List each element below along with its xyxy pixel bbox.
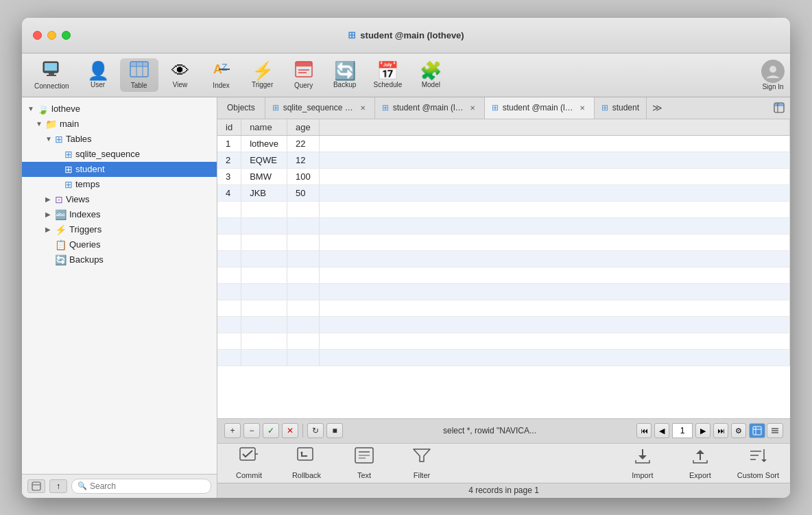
query-display: select *, rowid "NAVICA...: [346, 426, 634, 435]
sidebar-search-box[interactable]: 🔍: [71, 479, 211, 494]
next-page-button[interactable]: ▶: [695, 423, 710, 438]
table-row[interactable]: 2EQWE12: [217, 152, 790, 168]
tab-action-button[interactable]: [768, 97, 790, 119]
page-number-input[interactable]: [672, 423, 693, 438]
sign-in-button[interactable]: Sign In: [761, 60, 785, 91]
table-selected-icon: ⊞: [64, 164, 73, 175]
sidebar-refresh-button[interactable]: ↑: [49, 479, 67, 493]
sidebar-search-input[interactable]: [90, 481, 205, 491]
close-button[interactable]: [33, 31, 42, 40]
tab-student-3[interactable]: ⊞ student: [595, 97, 647, 119]
expand-icon: [55, 150, 64, 158]
table-row[interactable]: 1lotheve22: [217, 135, 790, 152]
sidebar-item-triggers[interactable]: ▶ ⚡ Triggers: [22, 222, 217, 237]
import-icon: [632, 446, 653, 468]
tab-student-1[interactable]: ⊞ student @main (lot... ✕: [375, 97, 485, 119]
prev-page-button[interactable]: ◀: [654, 423, 669, 438]
export-button[interactable]: Export: [680, 446, 721, 479]
custom-sort-button[interactable]: Custom Sort: [737, 446, 779, 479]
confirm-record-button[interactable]: ✓: [263, 423, 279, 438]
tab-objects[interactable]: Objects: [217, 97, 265, 119]
cell-empty: [319, 152, 789, 168]
tab-close-button[interactable]: ✕: [468, 103, 477, 112]
col-header-age[interactable]: age: [287, 119, 320, 136]
cell-id[interactable]: 2: [217, 152, 241, 168]
col-header-id[interactable]: id: [217, 119, 241, 136]
cell-age[interactable]: 12: [287, 152, 320, 168]
sidebar-item-student[interactable]: ⊞ student: [22, 162, 217, 177]
grid-view-button[interactable]: [749, 423, 765, 438]
separator: [302, 424, 303, 438]
import-button[interactable]: Import: [622, 446, 663, 479]
toolbar-user[interactable]: 👤 User: [79, 59, 117, 91]
toolbar-connection[interactable]: Connection: [27, 58, 76, 93]
toolbar-schedule[interactable]: 📅 Schedule: [367, 59, 409, 91]
tab-overflow-button[interactable]: ≫: [647, 97, 668, 119]
stop-button[interactable]: ■: [326, 423, 343, 438]
table-row[interactable]: 3BMW100: [217, 168, 790, 184]
first-page-button[interactable]: ⏮: [636, 423, 652, 438]
toolbar-view[interactable]: 👁 View: [161, 59, 200, 91]
main-content: ▼ 🍃 lotheve ▼ 📁 main ▼ ⊞ Tables: [22, 97, 790, 498]
tab-close-button[interactable]: ✕: [578, 103, 587, 112]
cell-name[interactable]: EQWE: [241, 152, 287, 168]
refresh-button[interactable]: ↻: [307, 423, 324, 438]
cell-name[interactable]: BMW: [241, 168, 287, 184]
cancel-record-button[interactable]: ✕: [282, 423, 298, 438]
cell-age[interactable]: 50: [287, 184, 320, 201]
cell-name[interactable]: JKB: [241, 184, 287, 201]
tab-sqlite-sequence[interactable]: ⊞ sqlite_sequence @... ✕: [265, 97, 375, 119]
col-header-name[interactable]: name: [241, 119, 287, 136]
table-row-empty: [217, 283, 790, 300]
tab-student-2[interactable]: ⊞ student @main (lot... ✕: [485, 97, 595, 119]
toolbar-model[interactable]: 🧩 Model: [411, 59, 450, 91]
add-record-button[interactable]: +: [224, 423, 241, 438]
sidebar-item-tables[interactable]: ▼ ⊞ Tables: [22, 132, 217, 147]
sidebar-item-views[interactable]: ▶ ⊡ Views: [22, 192, 217, 207]
toolbar-backup[interactable]: 🔄 Backup: [326, 59, 364, 91]
sidebar-item-backups[interactable]: 🔄 Backups: [22, 252, 217, 267]
toolbar-query[interactable]: Query: [285, 58, 323, 92]
custom-sort-icon: [748, 446, 768, 468]
cell-empty: [241, 316, 287, 333]
table-row[interactable]: 4JKB50: [217, 184, 790, 201]
cell-name[interactable]: lotheve: [241, 135, 287, 152]
rollback-icon: [296, 446, 317, 468]
toolbar-trigger[interactable]: ⚡ Trigger: [243, 59, 282, 91]
maximize-button[interactable]: [62, 31, 71, 40]
indexes-icon: 🔤: [55, 209, 67, 220]
index-icon: A Z: [212, 61, 231, 80]
sidebar-label-main: main: [60, 119, 79, 129]
cell-empty: [241, 250, 287, 267]
settings-button[interactable]: ⚙: [731, 423, 746, 438]
cell-age[interactable]: 22: [287, 135, 320, 152]
sidebar-item-temps[interactable]: ⊞ temps: [22, 177, 217, 192]
sidebar-label-triggers: Triggers: [69, 224, 102, 235]
commit-button[interactable]: Commit: [228, 446, 270, 479]
rollback-button[interactable]: Rollback: [286, 446, 327, 479]
expand-icon: ▼: [45, 135, 55, 143]
cell-id[interactable]: 4: [217, 184, 241, 201]
sidebar-item-queries[interactable]: 📋 Queries: [22, 237, 217, 252]
sidebar-item-sqlite-sequence[interactable]: ⊞ sqlite_sequence: [22, 147, 217, 162]
table-row-icon: ⊞: [64, 149, 73, 160]
tab-close-button[interactable]: ✕: [359, 103, 368, 112]
last-page-button[interactable]: ⏭: [713, 423, 728, 438]
sidebar-item-main[interactable]: ▼ 📁 main: [22, 117, 217, 132]
cell-id[interactable]: 3: [217, 168, 241, 184]
cell-id[interactable]: 1: [217, 135, 241, 152]
list-view-button[interactable]: [767, 423, 783, 438]
minimize-button[interactable]: [47, 31, 56, 40]
cell-age[interactable]: 100: [287, 168, 320, 184]
sidebar-item-indexes[interactable]: ▶ 🔤 Indexes: [22, 207, 217, 222]
toolbar-table[interactable]: Table: [120, 58, 158, 92]
remove-record-button[interactable]: −: [243, 423, 260, 438]
text-button[interactable]: Text: [344, 446, 385, 479]
status-bar: 4 records in page 1: [217, 483, 790, 498]
toolbar-index[interactable]: A Z Index: [202, 58, 241, 92]
filter-button[interactable]: Filter: [401, 446, 442, 479]
sidebar-collapse-button[interactable]: [27, 479, 45, 493]
record-toolbar: + − ✓ ✕ ↻ ■ select *, rowid "NAVICA... ⏮…: [217, 418, 790, 443]
sidebar-item-lotheve[interactable]: ▼ 🍃 lotheve: [22, 101, 217, 117]
sidebar-label-tables: Tables: [66, 134, 92, 144]
